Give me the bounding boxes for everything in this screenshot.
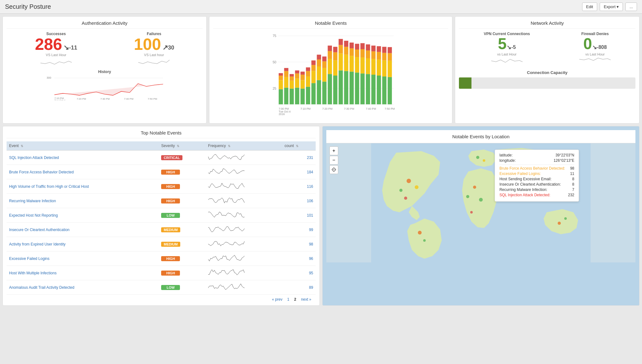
- tooltip-lat-row: latitude: 39°22'03"N: [499, 153, 574, 157]
- frequency-cell: [206, 208, 282, 223]
- svg-point-124: [470, 211, 473, 214]
- vpn-vs: vs Last Hour: [484, 52, 530, 56]
- svg-text:7:30 PM: 7:30 PM: [100, 98, 110, 100]
- svg-rect-22: [284, 68, 289, 71]
- event-link[interactable]: Excessive Failed Logins: [9, 256, 50, 261]
- event-cell: Insecure Or Cleartext Authentication: [7, 223, 159, 237]
- col-event[interactable]: Event ⇅: [7, 141, 159, 150]
- count-cell: 89: [282, 280, 316, 295]
- svg-rect-91: [382, 76, 387, 104]
- failures-vs: VS Last hour: [134, 53, 174, 57]
- map-container[interactable]: + −: [326, 143, 635, 262]
- severity-cell: CRITICAL: [159, 150, 206, 165]
- event-link[interactable]: Anomalous Audit Trail Activity Detected: [9, 285, 74, 290]
- svg-rect-82: [366, 45, 370, 50]
- svg-point-130: [564, 217, 567, 220]
- current-page: 2: [292, 297, 298, 302]
- svg-rect-37: [306, 71, 310, 76]
- frequency-cell: [206, 165, 282, 179]
- event-cell: SQL Injection Attack Detected: [7, 150, 159, 165]
- successes-vs: VS Last Hour: [35, 53, 77, 57]
- svg-rect-41: [311, 65, 316, 71]
- tooltip-row-brute: Brute Force Access Behavior Detected: 98: [499, 166, 574, 171]
- tooltip-row-sql: SQL Injection Attack Detected: 232: [499, 193, 574, 197]
- col-severity[interactable]: Severity ⇅: [159, 141, 206, 150]
- export-button[interactable]: Export ▾: [600, 3, 623, 11]
- firewall-sparkline: [579, 56, 611, 66]
- severity-badge: CRITICAL: [161, 155, 182, 160]
- col-frequency[interactable]: Frequency ⇅: [206, 141, 282, 150]
- tooltip-row-failed: Excessive Failed Logins: 11: [499, 171, 574, 176]
- severity-cell: HIGH: [159, 165, 206, 179]
- svg-rect-18: [279, 73, 283, 76]
- svg-rect-84: [371, 59, 376, 75]
- zoom-out-button[interactable]: −: [329, 156, 338, 165]
- table-row: SQL Injection Attack Detected CRITICAL 2…: [7, 150, 316, 165]
- event-link[interactable]: Expected Host Not Reporting: [9, 213, 58, 218]
- frequency-cell: [206, 251, 282, 266]
- count-cell: 99: [282, 223, 316, 237]
- tooltip-sql-value: 232: [568, 193, 574, 197]
- svg-text:2016: 2016: [279, 113, 285, 116]
- svg-rect-60: [339, 54, 343, 71]
- next-page-link[interactable]: next »: [299, 297, 313, 302]
- event-cell: Expected Host Not Reporting: [7, 208, 159, 223]
- notable-events-panel: Notable Events 75 50 25: [209, 16, 452, 124]
- svg-text:75: 75: [273, 34, 276, 38]
- locate-icon: [332, 167, 336, 172]
- svg-point-115: [399, 189, 403, 192]
- svg-rect-38: [306, 67, 310, 71]
- svg-rect-15: [279, 89, 283, 104]
- vpn-value: 5: [498, 36, 507, 52]
- firewall-delta: ↘ -808: [592, 44, 607, 51]
- auth-activity-panel: Authentication Activity Successes 286 ↘ …: [3, 16, 207, 124]
- svg-rect-78: [360, 43, 365, 49]
- top-panels-row: Authentication Activity Successes 286 ↘ …: [3, 16, 639, 124]
- svg-rect-31: [301, 89, 305, 104]
- svg-rect-63: [344, 71, 349, 104]
- svg-rect-53: [328, 51, 332, 59]
- svg-rect-35: [306, 87, 310, 104]
- tooltip-lat-value: 39°22'03"N: [555, 153, 574, 157]
- arrow-down-icon: ↘: [592, 44, 597, 51]
- severity-badge: LOW: [161, 285, 180, 290]
- failures-metric: Failures 100 ↗ 30 VS Last hour: [134, 32, 174, 67]
- svg-rect-71: [355, 72, 359, 104]
- svg-rect-83: [371, 75, 376, 104]
- table-row: Excessive Failed Logins HIGH 96: [7, 251, 316, 266]
- severity-badge: HIGH: [161, 170, 180, 175]
- more-button[interactable]: ...: [625, 3, 637, 11]
- map-tooltip: latitude: 39°22'03"N longitude: 126°02'1…: [495, 150, 579, 202]
- event-link[interactable]: Host With Multiple Infections: [9, 271, 56, 275]
- edit-button[interactable]: Edit: [582, 3, 597, 11]
- zoom-in-button[interactable]: +: [329, 146, 338, 155]
- prev-page-link[interactable]: « prev: [270, 297, 284, 302]
- frequency-sparkline: [208, 181, 246, 191]
- svg-rect-69: [350, 48, 354, 56]
- severity-badge: LOW: [161, 213, 180, 218]
- event-link[interactable]: Brute Force Access Behavior Detected: [9, 170, 74, 174]
- event-link[interactable]: Activity from Expired User Identity: [9, 242, 66, 246]
- event-link[interactable]: Recurring Malware Infection: [9, 199, 56, 203]
- svg-rect-55: [333, 76, 338, 104]
- col-count[interactable]: count ⇅: [282, 141, 316, 150]
- network-metrics: VPN Current Connections 5 ↘ -5 vs Last H…: [459, 32, 635, 66]
- frequency-cell: [206, 223, 282, 237]
- tooltip-malware-value: 7: [572, 187, 574, 192]
- svg-text:7:50 PM: 7:50 PM: [385, 107, 395, 110]
- svg-point-116: [415, 185, 418, 189]
- event-link[interactable]: SQL Injection Attack Detected: [9, 156, 59, 160]
- event-link[interactable]: High Volume of Traffic from High or Crit…: [9, 184, 89, 189]
- history-svg: 300 7:10 PM Tue Oct 4 7:20 PM 7:30 PM 7:…: [7, 75, 203, 100]
- svg-point-122: [473, 186, 476, 189]
- table-row: Expected Host Not Reporting LOW 101: [7, 208, 316, 223]
- svg-rect-34: [301, 71, 305, 75]
- event-link[interactable]: Insecure Or Cleartext Authentication: [9, 228, 70, 232]
- locate-button[interactable]: [329, 165, 338, 174]
- page-1-link[interactable]: 1: [285, 297, 291, 302]
- frequency-cell: [206, 266, 282, 280]
- count-cell: 184: [282, 165, 316, 179]
- svg-rect-25: [290, 76, 294, 81]
- severity-cell: MEDIUM: [159, 237, 206, 251]
- tooltip-brute-label: Brute Force Access Behavior Detected:: [499, 166, 565, 171]
